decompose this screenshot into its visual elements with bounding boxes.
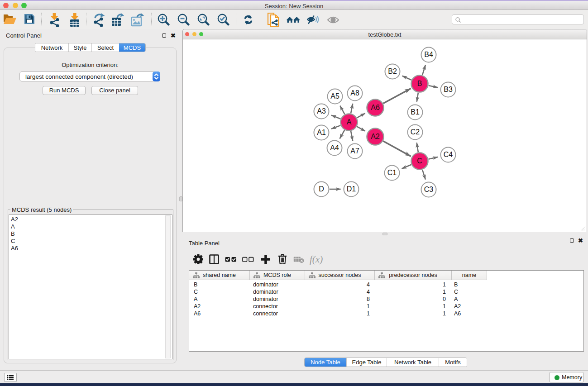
svg-text:A: A <box>347 118 352 126</box>
svg-text:C3: C3 <box>424 186 434 193</box>
svg-text:B3: B3 <box>444 86 453 93</box>
svg-text:C: C <box>417 157 422 165</box>
svg-text:A8: A8 <box>350 89 359 97</box>
svg-text:A7: A7 <box>350 147 359 155</box>
svg-text:D: D <box>319 185 324 193</box>
svg-text:C2: C2 <box>411 128 420 136</box>
svg-text:A4: A4 <box>330 144 339 152</box>
svg-text:B4: B4 <box>424 51 433 58</box>
svg-text:A5: A5 <box>330 92 339 100</box>
svg-text:B2: B2 <box>388 67 397 75</box>
svg-text:C1: C1 <box>387 169 397 176</box>
svg-text:B: B <box>417 80 422 87</box>
svg-text:A6: A6 <box>371 104 380 111</box>
svg-text:D1: D1 <box>347 185 356 193</box>
svg-text:A3: A3 <box>317 107 326 115</box>
svg-text:A2: A2 <box>371 133 380 140</box>
svg-text:A1: A1 <box>317 129 326 136</box>
svg-text:B1: B1 <box>411 108 420 116</box>
svg-text:C4: C4 <box>444 151 453 158</box>
